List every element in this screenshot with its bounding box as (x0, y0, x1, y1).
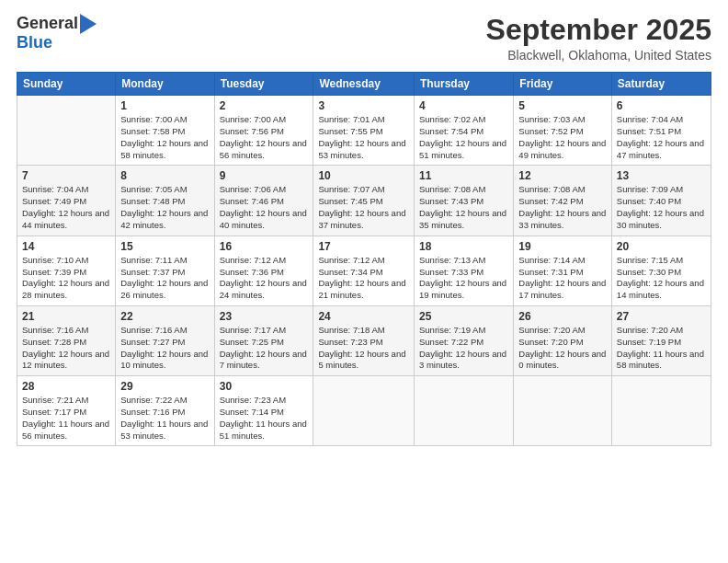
day-info: Sunrise: 7:06 AM Sunset: 7:46 PM Dayligh… (220, 184, 309, 231)
day-number: 26 (518, 310, 607, 323)
table-cell (611, 376, 711, 446)
table-cell: 10Sunrise: 7:07 AM Sunset: 7:45 PM Dayli… (313, 166, 415, 236)
day-number: 2 (220, 99, 309, 112)
day-info: Sunrise: 7:20 AM Sunset: 7:20 PM Dayligh… (518, 325, 607, 372)
day-info: Sunrise: 7:03 AM Sunset: 7:52 PM Dayligh… (518, 114, 607, 161)
logo-arrow-icon (80, 14, 97, 34)
day-info: Sunrise: 7:08 AM Sunset: 7:42 PM Dayligh… (518, 184, 607, 231)
day-number: 11 (419, 169, 508, 182)
day-number: 10 (318, 169, 409, 182)
day-info: Sunrise: 7:14 AM Sunset: 7:31 PM Dayligh… (518, 255, 607, 302)
table-cell: 7Sunrise: 7:04 AM Sunset: 7:49 PM Daylig… (17, 166, 116, 236)
day-info: Sunrise: 7:04 AM Sunset: 7:49 PM Dayligh… (22, 184, 110, 231)
day-info: Sunrise: 7:02 AM Sunset: 7:54 PM Dayligh… (419, 114, 508, 161)
day-number: 4 (419, 99, 508, 112)
table-cell: 26Sunrise: 7:20 AM Sunset: 7:20 PM Dayli… (514, 305, 612, 375)
day-info: Sunrise: 7:05 AM Sunset: 7:48 PM Dayligh… (120, 184, 209, 231)
day-info: Sunrise: 7:09 AM Sunset: 7:40 PM Dayligh… (617, 184, 706, 231)
calendar-week-row: 7Sunrise: 7:04 AM Sunset: 7:49 PM Daylig… (17, 166, 711, 236)
table-cell: 17Sunrise: 7:12 AM Sunset: 7:34 PM Dayli… (313, 236, 415, 305)
table-cell: 18Sunrise: 7:13 AM Sunset: 7:33 PM Dayli… (415, 236, 514, 305)
calendar-week-row: 14Sunrise: 7:10 AM Sunset: 7:39 PM Dayli… (17, 236, 711, 305)
table-cell: 24Sunrise: 7:18 AM Sunset: 7:23 PM Dayli… (313, 305, 415, 375)
day-info: Sunrise: 7:07 AM Sunset: 7:45 PM Dayligh… (318, 184, 409, 231)
day-info: Sunrise: 7:00 AM Sunset: 7:58 PM Dayligh… (120, 114, 209, 161)
day-info: Sunrise: 7:18 AM Sunset: 7:23 PM Dayligh… (318, 325, 409, 372)
day-number: 13 (617, 169, 706, 182)
day-number: 21 (22, 310, 110, 323)
day-info: Sunrise: 7:13 AM Sunset: 7:33 PM Dayligh… (419, 255, 508, 302)
day-number: 20 (617, 240, 706, 253)
day-info: Sunrise: 7:21 AM Sunset: 7:17 PM Dayligh… (22, 395, 110, 442)
day-number: 8 (120, 169, 209, 182)
table-cell: 5Sunrise: 7:03 AM Sunset: 7:52 PM Daylig… (514, 96, 612, 166)
table-cell: 19Sunrise: 7:14 AM Sunset: 7:31 PM Dayli… (514, 236, 612, 305)
day-info: Sunrise: 7:20 AM Sunset: 7:19 PM Dayligh… (617, 325, 706, 372)
calendar: Sunday Monday Tuesday Wednesday Thursday… (17, 72, 711, 446)
col-tuesday: Tuesday (214, 73, 313, 96)
table-cell: 12Sunrise: 7:08 AM Sunset: 7:42 PM Dayli… (514, 166, 612, 236)
col-thursday: Thursday (415, 73, 514, 96)
header: General Blue September 2025 Blackwell, O… (17, 14, 711, 63)
day-number: 23 (220, 310, 309, 323)
logo: General Blue (17, 14, 97, 52)
day-info: Sunrise: 7:12 AM Sunset: 7:36 PM Dayligh… (220, 255, 309, 302)
table-cell: 4Sunrise: 7:02 AM Sunset: 7:54 PM Daylig… (415, 96, 514, 166)
table-cell: 25Sunrise: 7:19 AM Sunset: 7:22 PM Dayli… (415, 305, 514, 375)
day-info: Sunrise: 7:23 AM Sunset: 7:14 PM Dayligh… (220, 395, 309, 442)
day-number: 19 (518, 240, 607, 253)
table-cell: 13Sunrise: 7:09 AM Sunset: 7:40 PM Dayli… (611, 166, 711, 236)
col-monday: Monday (116, 73, 214, 96)
calendar-week-row: 1Sunrise: 7:00 AM Sunset: 7:58 PM Daylig… (17, 96, 711, 166)
day-number: 7 (22, 169, 110, 182)
day-info: Sunrise: 7:10 AM Sunset: 7:39 PM Dayligh… (22, 255, 110, 302)
day-info: Sunrise: 7:11 AM Sunset: 7:37 PM Dayligh… (120, 255, 209, 302)
table-cell: 20Sunrise: 7:15 AM Sunset: 7:30 PM Dayli… (611, 236, 711, 305)
day-info: Sunrise: 7:15 AM Sunset: 7:30 PM Dayligh… (617, 255, 706, 302)
day-number: 5 (518, 99, 607, 112)
calendar-week-row: 21Sunrise: 7:16 AM Sunset: 7:28 PM Dayli… (17, 305, 711, 375)
page: General Blue September 2025 Blackwell, O… (0, 0, 728, 563)
table-cell: 15Sunrise: 7:11 AM Sunset: 7:37 PM Dayli… (116, 236, 214, 305)
table-cell: 9Sunrise: 7:06 AM Sunset: 7:46 PM Daylig… (214, 166, 313, 236)
title-block: September 2025 Blackwell, Oklahoma, Unit… (486, 14, 711, 63)
day-info: Sunrise: 7:12 AM Sunset: 7:34 PM Dayligh… (318, 255, 409, 302)
day-info: Sunrise: 7:17 AM Sunset: 7:25 PM Dayligh… (220, 325, 309, 372)
day-number: 16 (220, 240, 309, 253)
day-info: Sunrise: 7:00 AM Sunset: 7:56 PM Dayligh… (220, 114, 309, 161)
table-cell (17, 96, 116, 166)
day-number: 25 (419, 310, 508, 323)
day-number: 9 (220, 169, 309, 182)
day-number: 3 (318, 99, 409, 112)
table-cell: 21Sunrise: 7:16 AM Sunset: 7:28 PM Dayli… (17, 305, 116, 375)
table-cell: 29Sunrise: 7:22 AM Sunset: 7:16 PM Dayli… (116, 376, 214, 446)
day-info: Sunrise: 7:19 AM Sunset: 7:22 PM Dayligh… (419, 325, 508, 372)
day-number: 24 (318, 310, 409, 323)
table-cell: 11Sunrise: 7:08 AM Sunset: 7:43 PM Dayli… (415, 166, 514, 236)
location: Blackwell, Oklahoma, United States (486, 48, 711, 63)
table-cell: 16Sunrise: 7:12 AM Sunset: 7:36 PM Dayli… (214, 236, 313, 305)
table-cell: 28Sunrise: 7:21 AM Sunset: 7:17 PM Dayli… (17, 376, 116, 446)
table-cell (514, 376, 612, 446)
day-info: Sunrise: 7:08 AM Sunset: 7:43 PM Dayligh… (419, 184, 508, 231)
col-friday: Friday (514, 73, 612, 96)
table-cell: 30Sunrise: 7:23 AM Sunset: 7:14 PM Dayli… (214, 376, 313, 446)
day-number: 28 (22, 380, 110, 393)
col-saturday: Saturday (611, 73, 711, 96)
day-info: Sunrise: 7:01 AM Sunset: 7:55 PM Dayligh… (318, 114, 409, 161)
day-number: 27 (617, 310, 706, 323)
table-cell: 27Sunrise: 7:20 AM Sunset: 7:19 PM Dayli… (611, 305, 711, 375)
svg-marker-0 (80, 14, 97, 34)
day-number: 1 (120, 99, 209, 112)
table-cell (313, 376, 415, 446)
day-number: 22 (120, 310, 209, 323)
table-cell: 8Sunrise: 7:05 AM Sunset: 7:48 PM Daylig… (116, 166, 214, 236)
table-cell (415, 376, 514, 446)
day-number: 12 (518, 169, 607, 182)
table-cell: 6Sunrise: 7:04 AM Sunset: 7:51 PM Daylig… (611, 96, 711, 166)
col-sunday: Sunday (17, 73, 116, 96)
day-info: Sunrise: 7:16 AM Sunset: 7:27 PM Dayligh… (120, 325, 209, 372)
table-cell: 2Sunrise: 7:00 AM Sunset: 7:56 PM Daylig… (214, 96, 313, 166)
calendar-header-row: Sunday Monday Tuesday Wednesday Thursday… (17, 73, 711, 96)
month-title: September 2025 (486, 14, 711, 46)
